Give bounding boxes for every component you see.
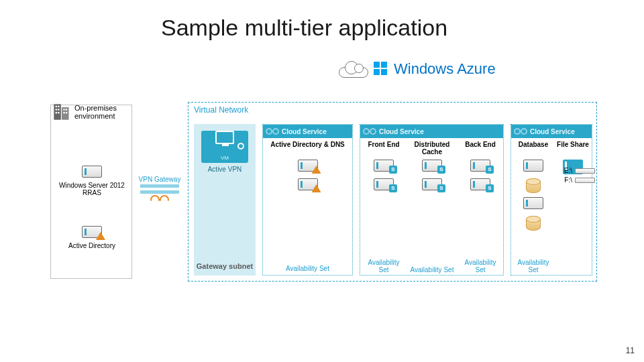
cloud-service-header: Cloud Service: [360, 125, 503, 138]
drive-e-row: E:\: [564, 167, 595, 174]
server-icon: [298, 160, 318, 174]
availability-set-label: Availability Set: [514, 259, 553, 274]
sharepoint-badge-icon: S: [486, 184, 494, 192]
gear-icon: [514, 128, 521, 135]
ad-badge-icon: [96, 232, 105, 240]
server-icon: S: [470, 178, 490, 193]
server-icon: S: [422, 160, 442, 174]
sharepoint-badge-icon: S: [437, 166, 445, 174]
gear-icon: [370, 128, 376, 135]
gear-icon: [266, 128, 272, 135]
server-icon: [82, 166, 102, 180]
availability-set-label: Availability Set: [363, 259, 405, 274]
virtual-network-label: Virtual Network: [194, 105, 248, 115]
svg-rect-7: [58, 112, 59, 113]
ad-server: Active Directory: [55, 226, 129, 249]
cloud-service-header: Cloud Service: [263, 125, 352, 138]
sharepoint-badge-icon: S: [486, 166, 494, 174]
windows-logo-icon: [374, 62, 388, 76]
gear-icon: [521, 128, 527, 135]
svg-rect-9: [66, 109, 67, 110]
virtual-network-box: Virtual Network Active VPN Gateway subne…: [188, 102, 597, 282]
cloud-service-data: Cloud Service Database Availability Set …: [511, 124, 592, 276]
svg-rect-11: [66, 112, 67, 113]
azure-brand-text: Windows Azure: [394, 60, 496, 78]
svg-rect-5: [58, 109, 59, 110]
availability-set-label: Availability Set: [460, 259, 501, 274]
database-icon: [526, 216, 541, 231]
cloud-service-app: Cloud Service Front End S S Availability…: [360, 124, 504, 276]
availability-set-label: Availability Set: [263, 265, 352, 272]
building-icon: [52, 103, 71, 121]
gateway-subnet: Active VPN Gateway subnet: [194, 124, 256, 276]
database-icon: [526, 178, 541, 193]
on-premises-box: On-premises environment Windows Server 2…: [50, 105, 132, 279]
azure-brand: Windows Azure: [339, 60, 496, 78]
ad-badge-icon: [312, 166, 321, 174]
svg-rect-10: [63, 112, 64, 113]
server-icon: [298, 178, 318, 193]
svg-rect-0: [54, 104, 61, 119]
svg-rect-1: [62, 107, 69, 120]
gear-icon: [272, 128, 279, 135]
page-number: 11: [626, 346, 635, 355]
ad-badge-icon: [312, 184, 321, 192]
rras-server: Windows Server 2012 RRAS: [55, 166, 129, 196]
bidirectional-arrow-icon: [140, 184, 179, 194]
cloud-service-header: Cloud Service: [511, 125, 592, 138]
sharepoint-badge-icon: S: [389, 166, 397, 174]
slide-title: Sample multi-tier application: [161, 15, 447, 41]
svg-rect-3: [58, 106, 59, 107]
on-premises-label: On-premises environment: [74, 104, 117, 120]
server-icon: [523, 160, 543, 174]
disk-icon: [575, 178, 595, 183]
gateway-subnet-label: Gateway subnet: [194, 262, 256, 270]
vpn-vm-icon: [201, 131, 248, 163]
tier-database: Database Availability Set: [514, 141, 553, 260]
svg-rect-8: [63, 109, 64, 110]
server-icon: S: [470, 160, 490, 174]
server-icon: S: [374, 160, 394, 174]
gateway-icon: [150, 195, 169, 207]
tier-addns: Active Directory & DNS: [267, 141, 348, 260]
tier-fileshare: File Share: [555, 141, 590, 260]
svg-rect-2: [56, 106, 57, 107]
server-icon: S: [374, 178, 394, 193]
availability-set-label: Availability Set: [409, 266, 455, 274]
tier-frontend: Front End S S Availability Set: [363, 141, 405, 260]
sharepoint-badge-icon: S: [437, 184, 445, 192]
server-icon: S: [422, 178, 442, 193]
cloud-service-addns: Cloud Service Active Directory & DNS Ava…: [262, 124, 353, 276]
tier-cache: Distributed Cache S S Availability Set: [409, 141, 455, 260]
tier-backend: Back End S S Availability Set: [460, 141, 501, 260]
server-icon: [523, 197, 543, 212]
vpn-gateway-link: VPN Gateway: [136, 176, 183, 208]
drive-f-row: F:\: [564, 176, 595, 184]
disk-icon: [575, 168, 595, 174]
server-icon: [82, 226, 102, 241]
svg-rect-6: [56, 112, 57, 113]
architecture-diagram: On-premises environment Windows Server 2…: [50, 87, 600, 282]
gear-icon: [363, 128, 370, 135]
svg-rect-4: [56, 109, 57, 110]
active-vpn-label: Active VPN: [194, 166, 256, 173]
cloud-icon: [339, 60, 368, 78]
sharepoint-badge-icon: S: [389, 184, 397, 192]
